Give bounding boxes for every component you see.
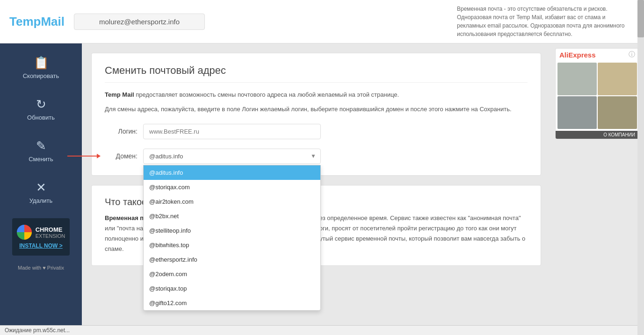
page-title: Сменить почтовый адрес xyxy=(105,64,528,83)
logo: TempMail xyxy=(9,14,65,29)
arrow-line xyxy=(67,156,100,157)
domain-option-air2token[interactable]: @air2token.com xyxy=(144,194,320,209)
current-email: molurez@ethersportz.info xyxy=(74,14,205,30)
login-row: Логин: xyxy=(105,124,528,139)
domain-option-stelliteop[interactable]: @stelliteop.info xyxy=(144,223,320,238)
domain-option-ethersportz[interactable]: @ethersportz.info xyxy=(144,252,320,267)
layout: 📋 Скопировать ↻ Обновить ✎ Сменить ✕ Уда… xyxy=(0,43,644,335)
domain-option-storiqax-top[interactable]: @storiqax.top xyxy=(144,281,320,296)
install-now-link[interactable]: INSTALL NOW > xyxy=(19,242,63,249)
chrome-ext-top: CHROME EXTENSION xyxy=(17,225,65,240)
change-email-card: Сменить почтовый адрес Temp Mail предост… xyxy=(91,53,541,176)
copy-label: Скопировать xyxy=(23,72,59,79)
ad-footer: О КОМПАНИИ xyxy=(556,131,639,139)
ad-header: AliExpress ⓘ xyxy=(556,49,639,61)
domain-dropdown[interactable]: @aditus.info @storiqax.com @air2token.co… xyxy=(143,165,321,311)
login-input[interactable] xyxy=(143,124,321,139)
edit-icon: ✎ xyxy=(36,140,46,152)
header: TempMail molurez@ethersportz.info Времен… xyxy=(0,0,644,43)
copy-button[interactable]: 📋 Скопировать xyxy=(0,48,82,88)
domain-option-gifto12[interactable]: @gifto12.com xyxy=(144,296,320,310)
ad-image-4 xyxy=(598,96,637,129)
change-button[interactable]: ✎ Сменить xyxy=(0,131,82,171)
scrollbar-thumb[interactable] xyxy=(637,0,644,37)
chrome-extension-box[interactable]: CHROME EXTENSION INSTALL NOW > xyxy=(12,218,70,256)
status-bar: Ожидание pm.w55c.net... xyxy=(0,325,644,335)
chrome-subtitle: EXTENSION xyxy=(36,233,65,239)
made-with: Made with ♥ Privatix xyxy=(16,261,66,274)
main-content: Сменить почтовый адрес Temp Mail предост… xyxy=(82,43,550,335)
sidebar: 📋 Скопировать ↻ Обновить ✎ Сменить ✕ Уда… xyxy=(0,43,82,335)
brand-name: Temp Mail xyxy=(105,91,134,98)
domain-option-bitwhites[interactable]: @bitwhites.top xyxy=(144,238,320,252)
domain-option-storiqax[interactable]: @storiqax.com xyxy=(144,180,320,194)
scrollbar[interactable] xyxy=(637,0,644,335)
ad-panel: AliExpress ⓘ О КОМПАНИИ xyxy=(550,43,644,335)
clipboard-icon: 📋 xyxy=(34,57,49,69)
header-description: Временная почта - это отсутствие обязате… xyxy=(457,5,635,38)
refresh-label: Обновить xyxy=(27,114,55,121)
domain-select-display[interactable]: @aditus.info xyxy=(143,149,321,164)
change-label: Сменить xyxy=(29,156,53,163)
logo-temp: Temp xyxy=(9,14,41,29)
login-label: Логин: xyxy=(105,128,137,135)
refresh-button[interactable]: ↻ Обновить xyxy=(0,90,82,129)
delete-button[interactable]: ✕ Удалить xyxy=(0,173,82,213)
domain-option-aditus[interactable]: @aditus.info xyxy=(144,165,320,180)
chrome-title: CHROME xyxy=(36,226,65,233)
chrome-text: CHROME EXTENSION xyxy=(36,226,65,239)
domain-option-2odem[interactable]: @2odem.com xyxy=(144,267,320,281)
delete-label: Удалить xyxy=(29,197,53,204)
ad-image-1 xyxy=(557,63,597,95)
aliexpress-logo: AliExpress xyxy=(559,51,596,59)
description-1: Temp Mail предоставляет возможность смен… xyxy=(105,90,528,100)
domain-label: Домен: xyxy=(105,152,137,160)
arrow-annotation xyxy=(67,156,100,157)
domain-row: Домен: @aditus.info ▼ @aditus.info @stor… xyxy=(105,149,528,164)
chrome-icon xyxy=(17,225,32,240)
delete-icon: ✕ xyxy=(36,181,46,193)
domain-option-b2bx[interactable]: @b2bx.net xyxy=(144,209,320,223)
description-2: Для смены адреса, пожалуйста, введите в … xyxy=(105,105,528,114)
refresh-icon: ↻ xyxy=(36,98,46,110)
logo-mail: Mail xyxy=(41,14,65,29)
desc-text-1: предоставляет возможность смены почтовог… xyxy=(136,91,399,98)
domain-select-wrapper: @aditus.info ▼ @aditus.info @storiqax.co… xyxy=(143,149,321,164)
ad-images xyxy=(556,61,639,131)
ad-image-3 xyxy=(557,96,597,129)
status-text: Ожидание pm.w55c.net... xyxy=(5,327,70,334)
info-icon[interactable]: ⓘ xyxy=(629,50,635,59)
ad-box: AliExpress ⓘ О КОМПАНИИ xyxy=(555,48,639,139)
ad-image-2 xyxy=(598,63,637,95)
